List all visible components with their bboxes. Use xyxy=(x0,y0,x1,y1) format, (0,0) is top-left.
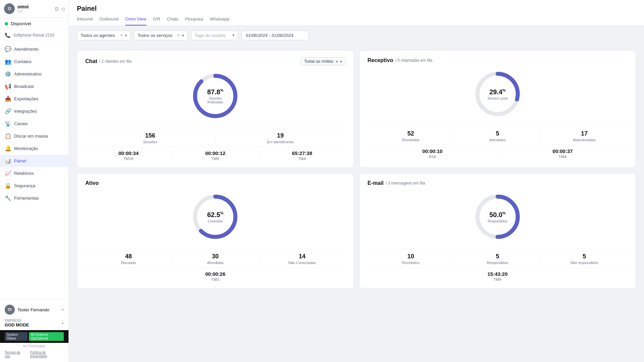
tags-filter-arrow: ▾ xyxy=(232,33,234,38)
brand-version: 3.0 xyxy=(17,9,29,13)
sidebar-item-administrativo[interactable]: ⚙️Administrativo xyxy=(0,68,68,80)
stat-value: 19 xyxy=(218,132,343,139)
relatorios-icon: 📈 xyxy=(5,170,11,176)
sidebar-company[interactable]: EMPRESA GOD MODE ▾ xyxy=(0,317,68,330)
sidebar-item-ferramentas[interactable]: 🔧Ferramentas xyxy=(0,192,68,204)
status-indicator[interactable]: Disponível xyxy=(0,18,68,30)
donut-label-receptivo: Service Level xyxy=(488,97,508,100)
card-header-email: E-mail / 3 mensagens em fila xyxy=(368,180,628,186)
stat-label: Em atendimento xyxy=(218,140,343,144)
tab-pesquisa[interactable]: Pesquisa xyxy=(185,16,203,25)
tab-ivr[interactable]: IVR xyxy=(153,16,160,25)
stat-label: Sessões xyxy=(88,140,213,144)
new-tab-icon[interactable]: ⊡ xyxy=(55,6,59,11)
collapse-icon[interactable]: ◁ xyxy=(61,6,64,11)
sidebar-item-painel[interactable]: 📊Painel xyxy=(0,155,68,167)
stat-label: Não respondidos xyxy=(544,261,625,265)
chart-area-receptivo: 29.4% Service Level xyxy=(368,69,628,119)
tags-filter[interactable]: Tags do usuário ▾ xyxy=(191,31,238,40)
cards-grid: Chat / 2 clientes em fila Todas as mídia… xyxy=(77,50,636,289)
media-filter-close[interactable]: ✕ xyxy=(335,60,338,63)
sidebar-item-relatorios[interactable]: 📈Relatórios xyxy=(0,167,68,179)
time-item: 00:00:26 TMO xyxy=(85,271,346,281)
services-filter-label: Todos os serviços xyxy=(138,33,172,38)
sidebar-item-label: Discar em massa xyxy=(14,134,48,139)
stats-row-email: 10 Recebidos 5 Respondidos 5 Não respond… xyxy=(368,249,628,265)
sidebar-item-label: Integrações xyxy=(14,109,37,114)
donut-email: 50.0% Respondidos xyxy=(472,192,523,242)
sidebar-item-contatos[interactable]: 👥Contatos xyxy=(0,55,68,68)
painel-icon: 📊 xyxy=(5,158,11,164)
agents-filter[interactable]: Todos os agentes ✕ ▾ xyxy=(77,31,131,40)
times-row-email: 15:43:20 TMR xyxy=(368,267,628,281)
stat-value: 52 xyxy=(370,130,452,137)
agents-filter-arrow: ▾ xyxy=(125,33,127,38)
sidebar-item-discar-em-massa[interactable]: 📋Discar em massa xyxy=(0,130,68,142)
atendimento-icon: 💬 xyxy=(5,46,11,52)
tags-filter-label: Tags do usuário xyxy=(195,33,226,38)
sidebar-item-exportacoes[interactable]: 📥Exportações xyxy=(0,93,68,105)
tab-whatsapp[interactable]: Whatsapp xyxy=(210,16,230,25)
tab-chats[interactable]: Chats xyxy=(167,16,178,25)
date-filter[interactable]: 01/08/2024 - 31/08/2024 xyxy=(241,31,309,40)
stat-time: 00:00:37 xyxy=(500,148,625,154)
sidebar-item-label: Ferramentas xyxy=(14,196,39,201)
card-header-ativo: Ativo xyxy=(85,180,346,186)
sidebar-item-canais[interactable]: 📡Canais xyxy=(0,117,68,130)
stat-label: Abandonadas xyxy=(544,138,625,142)
agents-filter-close[interactable]: ✕ xyxy=(120,33,123,38)
stat-item: 17 Abandonadas xyxy=(541,130,628,142)
stat-time-label: TMO xyxy=(88,277,343,281)
brand-name: omni xyxy=(17,4,29,9)
sidebar-item-seguranca[interactable]: 🔒Segurança xyxy=(0,179,68,192)
tab-inbound[interactable]: Inbound xyxy=(77,16,93,25)
broadcast-icon: 📢 xyxy=(5,83,11,90)
services-filter[interactable]: Todos os serviços ✕ ▾ xyxy=(134,31,188,40)
tab-omni-view[interactable]: Omni View xyxy=(125,16,146,25)
stats-row-ativo: 48 Discadas 30 Atendidas 14 Não Conectad… xyxy=(85,249,346,265)
tab-outbound[interactable]: Outbound xyxy=(99,16,119,25)
donut-label-email: Respondidos xyxy=(488,219,507,223)
monitoracao-icon: 🔔 xyxy=(5,145,11,152)
sidebar: O omni 3.0 ⊡ ◁ Disponível 📞 Softphone Ra… xyxy=(0,0,69,362)
media-filter[interactable]: Todas as mídias ✕ ▾ xyxy=(301,57,346,65)
page-header: Painel InboundOutboundOmni ViewIVRChatsP… xyxy=(69,0,644,26)
stat-label: Recebidas xyxy=(370,138,452,142)
stat-time-label: TMA xyxy=(500,155,625,159)
card-title-receptivo: Receptivo xyxy=(368,57,393,63)
brand-text: omni 3.0 xyxy=(17,4,29,13)
card-title-ativo: Ativo xyxy=(85,180,99,186)
stat-time-label: TM1R xyxy=(88,157,169,161)
filters-bar: Todos os agentes ✕ ▾ Todos os serviços ✕… xyxy=(69,26,644,45)
stat-label: Atendidas xyxy=(175,261,256,265)
services-filter-close[interactable]: ✕ xyxy=(177,33,180,38)
canais-icon: 📡 xyxy=(5,120,11,127)
time-item: 00:00:10 ASA xyxy=(368,148,498,159)
sidebar-item-atendimento[interactable]: 💬Atendimento xyxy=(0,43,68,55)
media-filter-label: Todas as mídias xyxy=(304,59,333,64)
status-label: Disponível xyxy=(11,21,31,26)
company-chevron: ▾ xyxy=(62,321,64,325)
card-chat: Chat / 2 clientes em fila Todas as mídia… xyxy=(77,50,354,168)
brand-avatar: O xyxy=(4,3,15,14)
donut-label-ativo: Conexões xyxy=(207,219,224,223)
sidebar-item-integracoes[interactable]: 🔗Integrações xyxy=(0,105,68,117)
sidebar-item-monitoracao[interactable]: 🔔Monitoração xyxy=(0,142,68,155)
stat-label: Recebidos xyxy=(370,261,452,265)
stat-item: 5 Não respondidos xyxy=(541,253,628,265)
card-subtitle-receptivo: / 0 chamadas em fila xyxy=(395,58,432,63)
sidebar-item-broadcast[interactable]: 📢Broadcast xyxy=(0,80,68,93)
terms-link[interactable]: Termos de uso xyxy=(5,351,27,358)
main-content: Painel InboundOutboundOmni ViewIVRChatsP… xyxy=(69,0,644,362)
card-subtitle-chat: / 2 clientes em fila xyxy=(99,59,132,64)
sidebar-user[interactable]: TF Tester Fernando ▾ xyxy=(0,302,68,317)
card-receptivo: Receptivo / 0 chamadas em fila 29.4% Ser… xyxy=(359,50,636,168)
sidebar-item-label: Administrativo xyxy=(14,71,42,76)
card-title-email: E-mail xyxy=(368,180,384,186)
card-ativo: Ativo 62.5% Conexões 48 Discadas 30 Aten… xyxy=(77,173,354,289)
donut-percent-receptivo: 29.4% xyxy=(488,88,508,96)
stat-item: 10 Recebidos xyxy=(368,253,455,265)
stat-item: 48 Discadas xyxy=(85,253,172,265)
sidebar-item-label: Exportações xyxy=(14,96,38,101)
privacy-link[interactable]: Política de privacidade xyxy=(30,351,64,358)
